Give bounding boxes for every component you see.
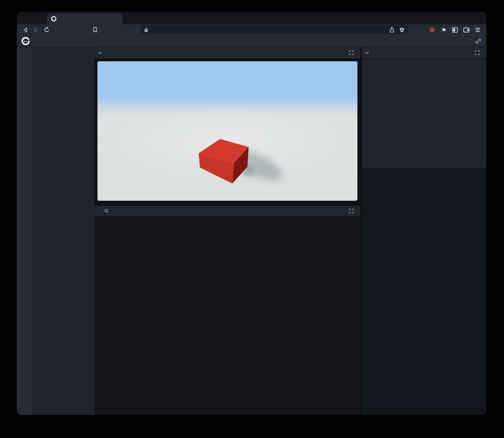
chevron-down-icon[interactable]: [98, 52, 102, 54]
extensions-puzzle-icon[interactable]: [441, 27, 446, 33]
forward-icon: [33, 27, 39, 33]
chevron-down-icon[interactable]: [365, 52, 369, 54]
window-controls: [24, 16, 48, 21]
3d-viewport[interactable]: [97, 61, 357, 201]
sidebar-toggle-icon[interactable]: [452, 27, 458, 33]
browser-toolbar: [17, 24, 486, 35]
app-header: [17, 35, 486, 47]
reload-icon: [44, 27, 50, 33]
entity-tree-panel: [32, 47, 94, 415]
editor-column: [360, 47, 486, 415]
zoom-window-button[interactable]: [43, 16, 48, 21]
wallet-icon[interactable]: [463, 27, 470, 33]
back-icon: [23, 27, 28, 33]
forward-button[interactable]: [33, 27, 39, 33]
extension-icons: [424, 27, 480, 33]
close-window-button[interactable]: [24, 16, 30, 21]
fullscreen-icon[interactable]: [349, 50, 354, 55]
browser-tab[interactable]: [47, 13, 123, 24]
panel-area: [94, 47, 486, 415]
search-panel-header[interactable]: [94, 205, 360, 216]
code-editor[interactable]: [362, 59, 486, 168]
icon-rail: [17, 47, 32, 415]
canvas-panel-body: [94, 59, 360, 205]
reload-button[interactable]: [44, 27, 50, 33]
flecs-logo: [21, 37, 30, 46]
shield-icon[interactable]: [399, 27, 404, 33]
browser-window: [17, 12, 486, 415]
canvas-panel-header[interactable]: [94, 47, 360, 59]
search-panel-body: [94, 216, 360, 415]
canvas-column: [94, 47, 360, 415]
share-icon[interactable]: [389, 27, 394, 33]
browser-tab-bar: [17, 12, 486, 24]
fullscreen-icon[interactable]: [475, 50, 480, 55]
lock-icon: [144, 27, 148, 32]
bookmark-button[interactable]: [92, 27, 98, 33]
url-bar[interactable]: [141, 26, 408, 34]
3d-scene: [97, 61, 357, 201]
red-box: [199, 139, 249, 184]
back-button[interactable]: [23, 27, 28, 33]
record-extension-icon[interactable]: [429, 27, 435, 33]
search-icon: [104, 209, 109, 213]
share-link-icon[interactable]: [475, 38, 482, 45]
editor-panel-header[interactable]: [362, 47, 486, 59]
flecs-favicon: [51, 16, 57, 22]
bookmark-icon: [92, 27, 98, 33]
menu-icon[interactable]: [475, 27, 480, 32]
minimize-window-button[interactable]: [34, 16, 39, 21]
fullscreen-icon[interactable]: [349, 209, 354, 213]
main-content: [17, 47, 486, 415]
editor-below-area: [362, 168, 486, 415]
